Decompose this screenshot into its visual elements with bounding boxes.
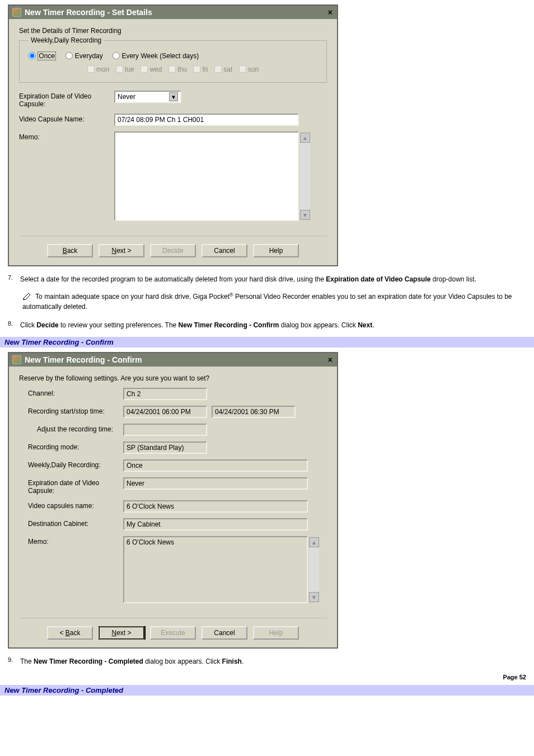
capsulesname-label: Video capsules name: <box>28 500 123 510</box>
day-thu: thu <box>168 65 187 73</box>
mode-value: SP (Standard Play) <box>123 442 207 454</box>
start-value: 04/24/2001 06:00 PM <box>123 406 207 418</box>
back-button[interactable]: < Back <box>47 626 93 640</box>
step-number: 8. <box>8 320 20 331</box>
instruction-text: Set the Details of Timer Recording <box>19 27 327 35</box>
section-heading-confirm: New Timer Recording - Confirm <box>0 337 534 348</box>
capsule-name-label: Video Capsule Name: <box>19 114 114 123</box>
section-heading-completed: New Timer Recording - Completed <box>0 685 534 696</box>
expiration-label: Expiration Date of Video Capsule: <box>19 91 114 108</box>
step-text: Click Decide to review your setting pref… <box>20 320 526 331</box>
step-number: 7. <box>8 274 20 285</box>
help-button[interactable]: Help <box>253 626 299 640</box>
radio-everyday[interactable]: Everyday <box>65 52 102 60</box>
app-icon <box>12 8 21 17</box>
startstop-label: Recording start/stop time: <box>28 406 123 415</box>
group-legend: Weekly,Daily Recording <box>29 36 104 44</box>
weekly-daily-group: Weekly,Daily Recording Once Everyday Eve… <box>19 40 327 83</box>
day-sun: sun <box>239 65 259 73</box>
memo-textarea[interactable] <box>114 132 299 221</box>
chevron-down-icon: ▼ <box>169 92 178 101</box>
next-button[interactable]: Next > <box>99 244 144 257</box>
instruction-text: Reserve by the following settings. Are y… <box>19 374 327 382</box>
radio-once[interactable]: Once <box>29 52 56 60</box>
capsule-name-input[interactable] <box>114 114 299 126</box>
close-icon[interactable]: × <box>328 8 332 17</box>
cancel-button[interactable]: Cancel <box>202 244 247 257</box>
memo-label: Memo: <box>19 132 114 141</box>
day-fri: fri <box>193 65 208 73</box>
pencil-icon <box>22 292 32 300</box>
next-button[interactable]: Next > <box>99 626 144 640</box>
dialog-title: New Timer Recording - Confirm <box>25 355 142 364</box>
memo-value2: 6 O'Clock News <box>123 536 308 603</box>
destination-label: Destination Cabinet: <box>28 518 123 528</box>
confirm-dialog: New Timer Recording - Confirm × Reserve … <box>8 352 338 649</box>
destination-value: My Cabinet <box>123 518 308 530</box>
help-button[interactable]: Help <box>253 244 299 257</box>
dialog-title: New Timer Recording - Set Details <box>25 8 152 17</box>
day-tue: tue <box>116 65 134 73</box>
title-bar: New Timer Recording - Confirm × <box>9 353 337 367</box>
app-icon <box>12 355 21 364</box>
title-bar: New Timer Recording - Set Details × <box>9 6 337 19</box>
page-number: Page 52 <box>0 674 526 680</box>
days-row: mon tue wed thu fri sat sun <box>29 65 317 73</box>
day-mon: mon <box>87 65 110 73</box>
scrollbar[interactable]: ▲▼ <box>300 133 310 220</box>
adjust-label: Adjust the recording time: <box>28 424 123 433</box>
channel-label: Channel: <box>28 388 123 397</box>
weekly-value: Once <box>123 459 308 472</box>
expiration-select[interactable]: Never ▼ <box>114 91 181 103</box>
back-button[interactable]: Back <box>47 244 93 257</box>
weekly-label: Weekly,Daily Recording: <box>28 459 123 469</box>
day-sat: sat <box>214 65 232 73</box>
cancel-button[interactable]: Cancel <box>202 626 247 640</box>
stop-value: 04/24/2001 06:30 PM <box>212 406 296 418</box>
adjust-value <box>123 424 207 436</box>
radio-selectdays[interactable]: Every Week (Select days) <box>113 52 199 60</box>
close-icon[interactable]: × <box>328 355 332 364</box>
set-details-dialog: New Timer Recording - Set Details × Set … <box>8 4 338 266</box>
capsulesname-value: 6 O'Clock News <box>123 500 308 513</box>
decide-button[interactable]: Decide <box>150 244 196 257</box>
memo-label2: Memo: <box>28 536 123 546</box>
step-text: Select a date for the recorded program t… <box>20 274 526 285</box>
step-text: The New Timer Recording - Completed dial… <box>20 656 526 667</box>
execute-button[interactable]: Execute <box>150 626 196 640</box>
channel-value: Ch 2 <box>123 388 207 400</box>
note-block: To maintain adequate space on your hard … <box>22 292 526 312</box>
mode-label: Recording mode: <box>28 442 123 451</box>
expiration-label2: Expiration date of Video Capsule: <box>28 477 123 495</box>
scrollbar[interactable]: ▲▼ <box>309 537 319 602</box>
expiration-value2: Never <box>123 477 308 490</box>
day-wed: wed <box>140 65 162 73</box>
step-number: 9. <box>8 656 20 667</box>
